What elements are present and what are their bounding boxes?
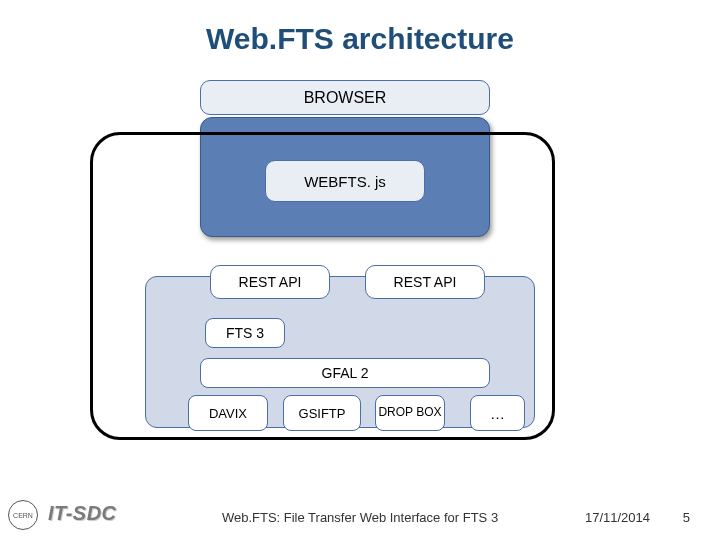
diagram: BROWSER WEBFTS. js REST API REST API FTS… (0, 70, 720, 470)
footer-date: 17/11/2014 (585, 510, 650, 525)
browser-box: BROWSER (200, 80, 490, 115)
ellipsis-box: … (470, 395, 525, 431)
rest-api-box-1: REST API (210, 265, 330, 299)
gfal2-box: GFAL 2 (200, 358, 490, 388)
fts3-box: FTS 3 (205, 318, 285, 348)
davix-box: DAVIX (188, 395, 268, 431)
rest-api-box-2: REST API (365, 265, 485, 299)
footer-page-number: 5 (683, 510, 690, 525)
gsiftp-box: GSIFTP (283, 395, 361, 431)
dropbox-box: DROP BOX (375, 395, 445, 431)
webfts-box: WEBFTS. js (265, 160, 425, 202)
page-title: Web.FTS architecture (0, 22, 720, 56)
footer: CERN IT-SDC Web.FTS: File Transfer Web I… (0, 490, 720, 540)
